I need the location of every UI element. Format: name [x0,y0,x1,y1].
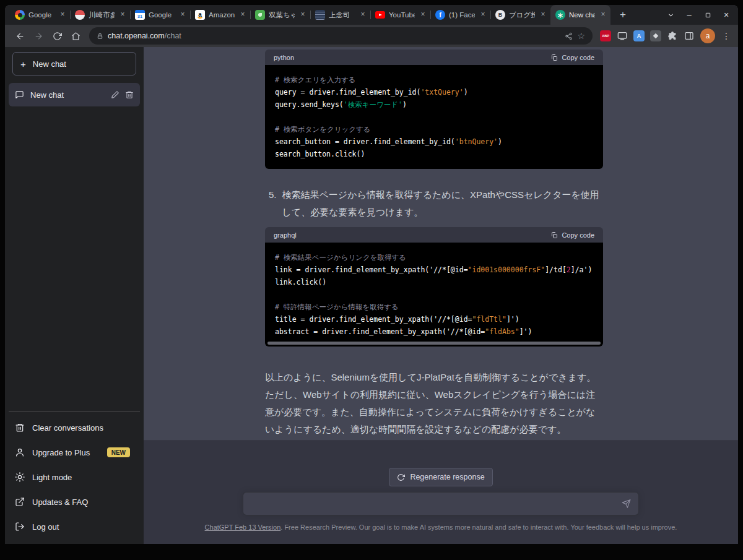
tab-close-icon[interactable]: × [298,11,307,19]
copy-code-button[interactable]: Copy code [550,54,594,61]
regenerate-response-button[interactable]: Regenerate response [389,468,492,486]
copy-code-label: Copy code [562,231,594,239]
code-horizontal-scrollbar[interactable] [267,342,601,345]
browser-tab-chatgpt[interactable]: New chat× [550,5,610,25]
assistant-message: python Copy code # 検索クエリを入力するquery = dri… [144,47,738,441]
code-line: title = driver.find_element_by_xpath('//… [275,313,593,325]
futaba-favicon [255,10,265,20]
tab-title: 川崎市多 [89,11,115,20]
browser-tab-futaba[interactable]: 双葉ちゃ× [250,5,310,25]
clipboard-icon [550,231,558,239]
code-line: search_button.click() [275,148,593,160]
sidebar-menu-item-logout[interactable]: Log out [9,514,140,539]
tab-close-icon[interactable]: × [238,11,247,19]
sidebar-menu-item-external[interactable]: Updates & FAQ [9,489,140,514]
adblock-extension-icon[interactable]: ABP [600,30,611,41]
copy-code-button[interactable]: Copy code [550,231,594,239]
browser-tab-jonen[interactable]: 上念司× [310,5,370,25]
code-block-header: python Copy code [265,50,603,65]
browser-tab-kawasaki[interactable]: 川崎市多× [70,5,130,25]
message-input-row [243,492,639,515]
tab-title: YouTube [389,11,415,19]
code-block-header: graphql Copy code [265,227,603,243]
browser-tab-blog[interactable]: ブログ投× [490,5,550,25]
tab-close-icon[interactable]: × [178,11,187,19]
window-controls: – × [661,5,738,25]
sidebar-menu-item-user[interactable]: Upgrade to PlusNEW [9,440,140,465]
menu-item-label: Log out [32,522,59,532]
clipboard-icon [550,54,558,61]
browser-tab-youtube[interactable]: YouTube× [370,5,430,25]
blog-favicon [495,10,505,20]
sidebar-menu-item-trash[interactable]: Clear conversations [9,415,140,440]
tab-title: Amazon.co.jp [209,11,235,19]
profile-avatar[interactable]: a [700,28,715,43]
kawasaki-favicon [75,10,85,20]
message-input[interactable] [243,492,639,515]
sidebar: + New chat New chat Clear conversationsU… [5,47,144,544]
tab-close-icon[interactable]: × [58,11,67,19]
tab-close-icon[interactable]: × [599,11,607,19]
send-icon[interactable] [622,499,631,509]
code-language-label: python [274,54,294,61]
code-block-body: # 検索クエリを入力するquery = driver.find_element_… [265,65,603,169]
tab-title: ブログ投 [509,11,535,20]
browser-tab-google[interactable]: Google× [10,5,70,25]
refresh-icon [397,473,405,481]
extensions-puzzle-icon[interactable] [667,30,678,41]
bookmark-star-icon[interactable]: ☆ [577,32,585,40]
tab-close-icon[interactable]: × [479,11,487,19]
tab-close-icon[interactable]: × [539,11,547,19]
minimize-button[interactable]: – [680,5,698,25]
tab-title: (1) Facebook [449,11,475,19]
code-block-graphql: graphql Copy code # 検索結果ページからリンクを取得するlin… [265,227,603,347]
share-icon[interactable] [565,32,573,40]
lock-icon [97,33,103,40]
conversation-item[interactable]: New chat [9,83,140,106]
menu-item-label: Upgrade to Plus [32,448,90,457]
composer-area: Regenerate response ChatGPT Feb 13 Versi… [144,441,738,544]
reload-icon[interactable] [48,27,66,45]
chat-main: python Copy code # 検索クエリを入力するquery = dri… [144,47,738,544]
ordered-list-item-5: 5. 検索結果ページから情報を取得するために、XPathやCSSセレクターを使用… [265,186,603,221]
browser-tab-facebook[interactable]: (1) Facebook× [430,5,490,25]
edit-pencil-icon[interactable] [111,90,119,99]
code-line [275,111,593,123]
delete-trash-icon[interactable] [125,90,134,99]
back-icon[interactable] [11,27,28,45]
new-chat-button[interactable]: + New chat [12,52,136,75]
copy-code-label: Copy code [562,54,594,61]
url-host: chat.openai.com [108,32,165,40]
user-icon [15,447,25,457]
browser-tab-amazon[interactable]: Amazon.co.jp× [190,5,250,25]
version-link[interactable]: ChatGPT Feb 13 Version [205,523,281,531]
conversation-title: New chat [30,90,105,100]
maximize-button[interactable] [698,5,717,25]
translate-extension-icon[interactable]: A [633,30,645,41]
tab-title: New chat [569,11,595,19]
forward-icon[interactable] [30,27,47,45]
browser-menu-icon[interactable]: ⋮ [721,31,732,41]
tab-title: Google [28,11,54,19]
assistant-paragraph: 以上のように、Seleniumを使用してJ-PlatPatを自動制御することがで… [265,369,603,438]
tab-search-icon[interactable] [661,5,680,25]
browser-tab-calendar[interactable]: Google× [130,5,190,25]
code-line: link = driver.find_element_by_xpath('//*… [275,264,593,276]
calendar-favicon [135,10,145,20]
jonen-favicon [315,10,325,20]
code-line: # 検索クエリを入力する [275,74,593,86]
sidebar-menu-item-sun[interactable]: Light mode [9,465,140,489]
address-bar[interactable]: chat.openai.com/chat ☆ [89,27,593,45]
tab-close-icon[interactable]: × [118,11,127,19]
side-panel-icon[interactable] [684,30,695,41]
youtube-favicon [375,10,385,20]
home-icon[interactable] [67,27,84,45]
code-line: query = driver.find_element_by_id('txtQu… [275,86,593,98]
tab-close-icon[interactable]: × [419,11,427,19]
url-path: /chat [165,32,181,40]
cast-extension-icon[interactable] [617,30,628,41]
new-tab-button[interactable]: + [614,6,632,24]
tab-close-icon[interactable]: × [358,11,367,19]
dark-extension-icon[interactable] [650,30,661,41]
close-button[interactable]: × [717,5,736,25]
